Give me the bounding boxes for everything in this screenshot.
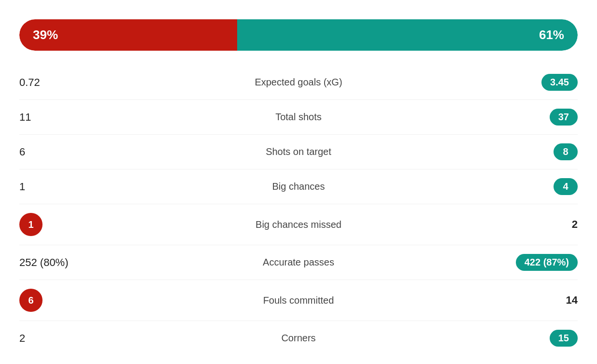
possession-left: 39% <box>19 19 237 51</box>
right-badge-teal: 4 <box>554 178 578 195</box>
stat-label: Shots on target <box>205 146 391 157</box>
stat-right-value: 14 <box>392 294 578 307</box>
stat-left-value: 6 <box>19 289 205 312</box>
stat-row: 11Total shots37 <box>19 100 578 135</box>
stat-left-value: 11 <box>19 111 205 124</box>
possession-right: 61% <box>237 19 578 51</box>
stat-right-value: 2 <box>392 218 578 231</box>
stat-left-value: 2 <box>19 332 205 345</box>
stat-label: Big chances missed <box>205 219 391 230</box>
stat-left-value: 6 <box>19 146 205 158</box>
stat-label: Accurate passes <box>205 257 391 268</box>
stats-container: 0.72Expected goals (xG)3.4511Total shots… <box>19 65 578 355</box>
stat-row: 1Big chances missed2 <box>19 204 578 245</box>
left-badge-red: 1 <box>19 213 43 236</box>
stat-left-value: 252 (80%) <box>19 256 205 269</box>
stat-right-value: 3.45 <box>392 74 578 91</box>
stat-left-value: 0.72 <box>19 76 205 89</box>
right-badge-teal: 3.45 <box>541 74 578 91</box>
stat-right-value: 37 <box>392 109 578 126</box>
left-badge-red: 6 <box>19 289 43 312</box>
stat-row: 252 (80%)Accurate passes422 (87%) <box>19 245 578 280</box>
right-badge-teal: 15 <box>550 330 578 347</box>
stat-right-value: 15 <box>392 330 578 347</box>
stat-row: 2Corners15 <box>19 321 578 355</box>
right-badge-teal: 422 (87%) <box>516 254 578 271</box>
right-plain-value: 2 <box>572 218 578 231</box>
stat-row: 6Shots on target8 <box>19 135 578 169</box>
stat-label: Fouls committed <box>205 295 391 306</box>
stat-row: 0.72Expected goals (xG)3.45 <box>19 65 578 100</box>
possession-bar: 39% 61% <box>19 19 578 51</box>
right-badge-teal: 8 <box>554 143 578 160</box>
stat-row: 1Big chances4 <box>19 169 578 204</box>
stat-label: Expected goals (xG) <box>205 77 391 88</box>
stat-right-value: 4 <box>392 178 578 195</box>
right-badge-teal: 37 <box>550 109 578 126</box>
stat-row: 6Fouls committed14 <box>19 280 578 321</box>
stat-left-value: 1 <box>19 181 205 193</box>
right-plain-value: 14 <box>566 294 578 307</box>
stat-label: Total shots <box>205 112 391 123</box>
stat-right-value: 422 (87%) <box>392 254 578 271</box>
stat-left-value: 1 <box>19 213 205 236</box>
stat-label: Big chances <box>205 181 391 192</box>
stat-label: Corners <box>205 333 391 344</box>
stat-right-value: 8 <box>392 143 578 160</box>
